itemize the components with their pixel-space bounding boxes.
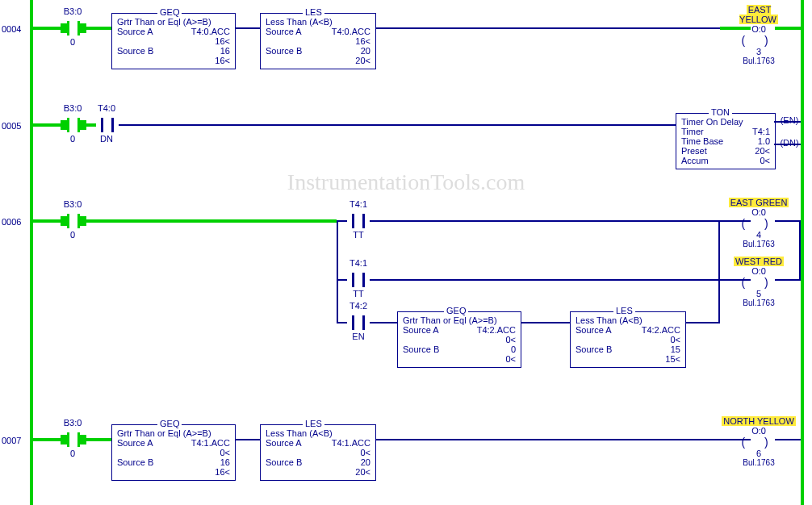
contact-bit: EN bbox=[342, 332, 375, 341]
block-param: Preset bbox=[681, 146, 707, 156]
coil-icon: ( ) bbox=[726, 34, 791, 47]
block-param: Timer On Delay bbox=[681, 117, 743, 127]
block-title: LES bbox=[303, 419, 324, 428]
wire bbox=[521, 322, 570, 323]
dn-output: (DN) bbox=[775, 138, 804, 148]
block-value: 16 bbox=[220, 46, 230, 56]
block-value: 20< bbox=[355, 56, 370, 65]
rung-number: 0004 bbox=[2, 24, 21, 34]
block-value: 0< bbox=[360, 448, 370, 457]
coil-icon: ( ) bbox=[718, 436, 799, 449]
block-param: Source A bbox=[266, 438, 302, 448]
block-value: 16< bbox=[215, 36, 230, 46]
wire bbox=[775, 439, 801, 440]
wire bbox=[85, 219, 337, 223]
block-title: GEQ bbox=[157, 7, 182, 17]
block-value: T4:2.ACC bbox=[642, 325, 680, 335]
output-name: NORTH YELLOW bbox=[722, 416, 796, 426]
block-value: 16< bbox=[215, 467, 230, 477]
wire bbox=[33, 27, 62, 30]
geq-block: Grtr Than or Eql (A>=B) Source AT4:1.ACC… bbox=[111, 424, 236, 481]
block-param: Source B bbox=[266, 46, 302, 56]
contact-xic bbox=[62, 21, 85, 35]
block-param: Source B bbox=[403, 344, 439, 354]
wire bbox=[33, 123, 62, 127]
contact-bit: TT bbox=[342, 289, 375, 298]
block-param: T4:1.ACC bbox=[191, 438, 230, 448]
output-module: Bul.1763 bbox=[718, 458, 799, 467]
block-value: 0< bbox=[760, 156, 770, 165]
contact-address: B3:0 bbox=[57, 199, 89, 209]
block-param: Source B bbox=[266, 457, 302, 467]
block-param: Less Than (A<B) bbox=[266, 428, 333, 438]
contact-bit: TT bbox=[342, 230, 375, 240]
wire bbox=[370, 220, 720, 222]
wire bbox=[775, 27, 801, 30]
block-value: 16 bbox=[220, 457, 230, 467]
block-param: Source A bbox=[403, 325, 439, 335]
output-bit: 4 bbox=[726, 230, 791, 240]
wire bbox=[85, 27, 111, 30]
geq-block: Grtr Than or Eql (A>=B) Source AT4:2.ACC… bbox=[397, 311, 521, 368]
wire bbox=[775, 279, 801, 281]
contact-xic bbox=[96, 118, 119, 132]
contact-xic bbox=[62, 118, 85, 132]
block-param: T4:0.ACC bbox=[332, 27, 370, 36]
contact-address: B3:0 bbox=[57, 6, 89, 16]
wire bbox=[720, 439, 751, 440]
block-param: Source A bbox=[117, 27, 153, 36]
wire bbox=[376, 439, 720, 440]
wire bbox=[720, 279, 751, 281]
wire bbox=[376, 27, 720, 29]
block-value: 16< bbox=[215, 56, 230, 65]
geq-block: Grtr Than or Eql (A>=B) Source AT4:0.ACC… bbox=[111, 13, 236, 69]
rung-number: 0006 bbox=[2, 217, 21, 227]
block-value: 15< bbox=[665, 354, 680, 364]
en-output: (EN) bbox=[775, 115, 804, 125]
block-value: 20< bbox=[755, 146, 770, 156]
contact-xic bbox=[347, 214, 370, 228]
block-param: Source B bbox=[117, 457, 153, 467]
output-name: WEST RED bbox=[734, 257, 784, 266]
wire bbox=[337, 322, 347, 323]
rung-number: 0005 bbox=[2, 121, 21, 131]
block-param: T4:0.ACC bbox=[191, 27, 230, 36]
watermark: InstrumentationTools.com bbox=[0, 169, 812, 195]
branch bbox=[718, 279, 720, 322]
contact-address: B3:0 bbox=[57, 103, 89, 113]
output-module: Bul.1763 bbox=[726, 240, 791, 248]
contact-address: B3:0 bbox=[57, 418, 89, 428]
les-block: Less Than (A<B) Source AT4:0.ACC 16< Sou… bbox=[260, 13, 376, 69]
block-value: 0< bbox=[220, 448, 230, 457]
block-value: 0< bbox=[505, 335, 516, 344]
contact-xic bbox=[62, 214, 85, 228]
contact-address: T4:1 bbox=[342, 199, 375, 209]
output-addr: O:0 bbox=[726, 266, 791, 276]
contact-bit: DN bbox=[90, 134, 123, 144]
branch bbox=[337, 220, 338, 322]
block-value: 20< bbox=[355, 467, 370, 477]
contact-bit: 0 bbox=[57, 449, 89, 458]
output-addr: O:0 bbox=[718, 426, 799, 436]
contact-address: T4:2 bbox=[342, 301, 375, 311]
block-param: Time Base bbox=[681, 136, 723, 146]
block-value: 1.0 bbox=[758, 136, 770, 146]
ladder-diagram: InstrumentationTools.com 0004 B3:0 0 Grt… bbox=[0, 0, 812, 505]
block-value: T4:1 bbox=[752, 127, 770, 136]
right-power-rail bbox=[801, 0, 804, 505]
block-param: Source B bbox=[117, 46, 153, 56]
wire bbox=[337, 279, 347, 281]
block-value: 0< bbox=[670, 335, 680, 344]
output-addr: O:0 bbox=[726, 207, 791, 217]
wire bbox=[236, 439, 260, 440]
block-param: Source A bbox=[576, 325, 612, 335]
wire bbox=[85, 438, 111, 441]
block-title: GEQ bbox=[444, 306, 468, 315]
block-value: 0< bbox=[505, 354, 516, 364]
output-coil: EAST YELLOW O:0 ( ) 3 Bul.1763 bbox=[726, 5, 791, 65]
output-bit: 5 bbox=[726, 289, 791, 298]
wire bbox=[686, 322, 720, 323]
wire bbox=[775, 220, 801, 222]
wire bbox=[370, 279, 720, 281]
wire bbox=[370, 322, 397, 323]
